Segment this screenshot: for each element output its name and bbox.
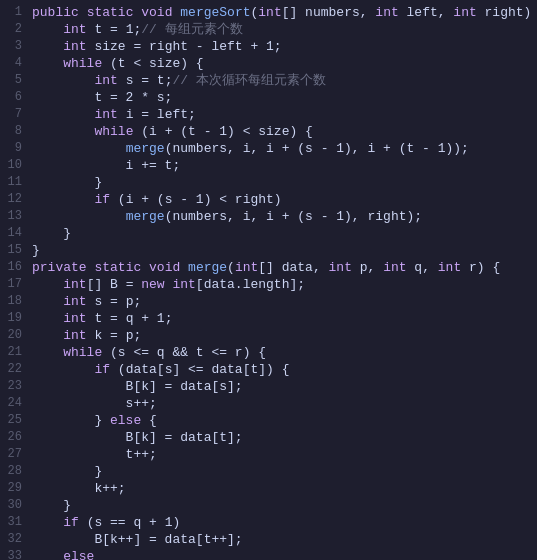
plain-token bbox=[141, 260, 149, 275]
line-number: 30 bbox=[0, 497, 28, 514]
plain-token: B[k] = data[t]; bbox=[32, 430, 243, 445]
plain-token bbox=[32, 107, 94, 122]
plain-token bbox=[32, 22, 63, 37]
line-content: } else { bbox=[28, 412, 537, 429]
plain-token: (s <= q && t <= r) { bbox=[102, 345, 266, 360]
code-line: 31 if (s == q + 1) bbox=[0, 514, 537, 531]
plain-token: s++; bbox=[32, 396, 157, 411]
line-content: k++; bbox=[28, 480, 537, 497]
kw-token: int bbox=[438, 260, 461, 275]
line-number: 7 bbox=[0, 106, 28, 123]
plain-token bbox=[32, 141, 126, 156]
plain-token: [] B = bbox=[87, 277, 142, 292]
code-line: 2 int t = 1;// 每组元素个数 bbox=[0, 21, 537, 38]
kw-token: int bbox=[94, 73, 117, 88]
line-content: public static void mergeSort(int[] numbe… bbox=[28, 4, 537, 21]
plain-token: } bbox=[32, 226, 71, 241]
code-line: 27 t++; bbox=[0, 446, 537, 463]
line-content: int t = 1;// 每组元素个数 bbox=[28, 21, 537, 38]
kw-token: static bbox=[94, 260, 141, 275]
kw-token: int bbox=[63, 294, 86, 309]
line-content: int t = q + 1; bbox=[28, 310, 537, 327]
code-line: 16private static void merge(int[] data, … bbox=[0, 259, 537, 276]
kw-token: int bbox=[172, 277, 195, 292]
kw-token: private bbox=[32, 260, 87, 275]
line-number: 14 bbox=[0, 225, 28, 242]
kw-token: while bbox=[63, 345, 102, 360]
kw-token: int bbox=[94, 107, 117, 122]
plain-token: { bbox=[141, 413, 157, 428]
plain-token bbox=[79, 5, 87, 20]
plain-token: k++; bbox=[32, 481, 126, 496]
line-content: else bbox=[28, 548, 537, 560]
line-number: 1 bbox=[0, 4, 28, 21]
plain-token: r) { bbox=[461, 260, 500, 275]
line-number: 31 bbox=[0, 514, 28, 531]
kw-token: int bbox=[375, 5, 398, 20]
line-number: 24 bbox=[0, 395, 28, 412]
kw-token: static bbox=[87, 5, 134, 20]
line-number: 33 bbox=[0, 548, 28, 560]
code-line: 30 } bbox=[0, 497, 537, 514]
kw-token: int bbox=[258, 5, 281, 20]
line-number: 19 bbox=[0, 310, 28, 327]
line-number: 3 bbox=[0, 38, 28, 55]
code-line: 18 int s = p; bbox=[0, 293, 537, 310]
code-line: 26 B[k] = data[t]; bbox=[0, 429, 537, 446]
plain-token bbox=[32, 345, 63, 360]
fn-token: mergeSort bbox=[180, 5, 250, 20]
cm-token: // 本次循环每组元素个数 bbox=[172, 73, 325, 88]
kw-token: int bbox=[63, 22, 86, 37]
line-number: 21 bbox=[0, 344, 28, 361]
line-content: B[k++] = data[t++]; bbox=[28, 531, 537, 548]
line-number: 11 bbox=[0, 174, 28, 191]
code-editor: 1public static void mergeSort(int[] numb… bbox=[0, 0, 537, 560]
plain-token bbox=[32, 311, 63, 326]
line-number: 22 bbox=[0, 361, 28, 378]
plain-token: (numbers, i, i + (s - 1), i + (t - 1)); bbox=[165, 141, 469, 156]
fn-token: merge bbox=[126, 209, 165, 224]
plain-token: (numbers, i, i + (s - 1), right); bbox=[165, 209, 422, 224]
plain-token: } bbox=[32, 175, 102, 190]
code-line: 8 while (i + (t - 1) < size) { bbox=[0, 123, 537, 140]
plain-token: } bbox=[32, 464, 102, 479]
plain-token: i = left; bbox=[118, 107, 196, 122]
code-line: 5 int s = t;// 本次循环每组元素个数 bbox=[0, 72, 537, 89]
line-content: while (t < size) { bbox=[28, 55, 537, 72]
plain-token bbox=[32, 515, 63, 530]
code-line: 19 int t = q + 1; bbox=[0, 310, 537, 327]
code-line: 25 } else { bbox=[0, 412, 537, 429]
plain-token: s = t; bbox=[118, 73, 173, 88]
fn-token: merge bbox=[126, 141, 165, 156]
kw-token: if bbox=[63, 515, 79, 530]
line-number: 13 bbox=[0, 208, 28, 225]
line-content: int s = p; bbox=[28, 293, 537, 310]
plain-token bbox=[180, 260, 188, 275]
plain-token: i += t; bbox=[32, 158, 180, 173]
code-line: 20 int k = p; bbox=[0, 327, 537, 344]
code-line: 3 int size = right - left + 1; bbox=[0, 38, 537, 55]
plain-token bbox=[32, 294, 63, 309]
line-number: 15 bbox=[0, 242, 28, 259]
kw-token: int bbox=[63, 311, 86, 326]
kw-token: int bbox=[235, 260, 258, 275]
plain-token: (i + (s - 1) < right) bbox=[110, 192, 282, 207]
code-line: 4 while (t < size) { bbox=[0, 55, 537, 72]
code-line: 24 s++; bbox=[0, 395, 537, 412]
plain-token bbox=[32, 39, 63, 54]
code-line: 13 merge(numbers, i, i + (s - 1), right)… bbox=[0, 208, 537, 225]
kw-token: while bbox=[63, 56, 102, 71]
plain-token: p, bbox=[352, 260, 383, 275]
plain-token bbox=[32, 549, 63, 560]
kw-token: int bbox=[63, 328, 86, 343]
line-number: 20 bbox=[0, 327, 28, 344]
kw-token: int bbox=[63, 277, 86, 292]
code-line: 12 if (i + (s - 1) < right) bbox=[0, 191, 537, 208]
kw-token: else bbox=[63, 549, 94, 560]
line-content: merge(numbers, i, i + (s - 1), i + (t - … bbox=[28, 140, 537, 157]
plain-token bbox=[32, 362, 94, 377]
kw-token: void bbox=[141, 5, 172, 20]
plain-token: } bbox=[32, 243, 40, 258]
line-number: 23 bbox=[0, 378, 28, 395]
code-line: 29 k++; bbox=[0, 480, 537, 497]
